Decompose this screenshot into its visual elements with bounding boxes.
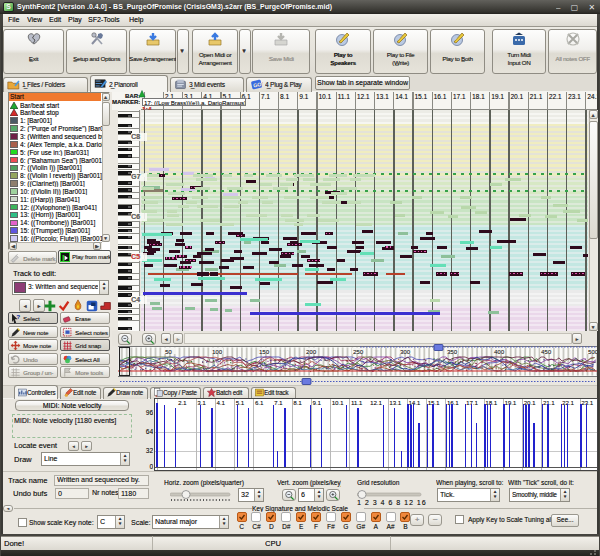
svg-text:200: 200 bbox=[306, 349, 317, 355]
svg-text:15.1: 15.1 bbox=[428, 400, 440, 406]
svg-text:?: ? bbox=[16, 313, 20, 320]
svg-text:7.1: 7.1 bbox=[274, 400, 283, 406]
svg-text:15.1: 15.1 bbox=[414, 93, 427, 100]
svg-text:100: 100 bbox=[212, 349, 223, 355]
svg-text:3.1: 3.1 bbox=[197, 400, 206, 406]
svg-text:150: 150 bbox=[259, 349, 270, 355]
svg-text:22.1: 22.1 bbox=[549, 93, 562, 100]
svg-text:12.1: 12.1 bbox=[357, 93, 370, 100]
svg-text:9.1: 9.1 bbox=[299, 93, 308, 100]
svg-text:12.1: 12.1 bbox=[370, 400, 382, 406]
svg-text:19.1: 19.1 bbox=[491, 93, 504, 100]
svg-text:6.1: 6.1 bbox=[255, 400, 264, 406]
svg-text:13.1: 13.1 bbox=[389, 400, 401, 406]
svg-text:11.1: 11.1 bbox=[351, 400, 363, 406]
svg-text:10.1: 10.1 bbox=[332, 400, 344, 406]
svg-text:GO!: GO! bbox=[253, 81, 263, 89]
svg-text:20.1: 20.1 bbox=[510, 93, 523, 100]
svg-text:16.1: 16.1 bbox=[434, 93, 447, 100]
svg-text:2.1: 2.1 bbox=[178, 400, 187, 406]
svg-text:17.1: 17.1 bbox=[466, 400, 478, 406]
svg-text:11.1: 11.1 bbox=[338, 93, 351, 100]
svg-text:8.1: 8.1 bbox=[280, 93, 289, 100]
svg-text:14.1: 14.1 bbox=[395, 93, 408, 100]
svg-text:13.1: 13.1 bbox=[376, 93, 389, 100]
svg-text:23.1: 23.1 bbox=[581, 400, 593, 406]
svg-text:21.1: 21.1 bbox=[543, 400, 555, 406]
svg-text:8.1: 8.1 bbox=[293, 400, 302, 406]
svg-text:10.1: 10.1 bbox=[318, 93, 331, 100]
svg-text:24.1: 24.1 bbox=[587, 93, 597, 100]
svg-text:19.1: 19.1 bbox=[505, 400, 517, 406]
svg-text:23.1: 23.1 bbox=[568, 93, 581, 100]
svg-text:18.1: 18.1 bbox=[472, 93, 485, 100]
svg-text:7.1: 7.1 bbox=[261, 93, 270, 100]
svg-text:9.1: 9.1 bbox=[313, 400, 322, 406]
svg-text:4.1: 4.1 bbox=[217, 400, 226, 406]
svg-text:50: 50 bbox=[165, 349, 172, 355]
svg-text:17.1: 17.1 bbox=[453, 93, 466, 100]
svg-text:21.1: 21.1 bbox=[530, 93, 543, 100]
